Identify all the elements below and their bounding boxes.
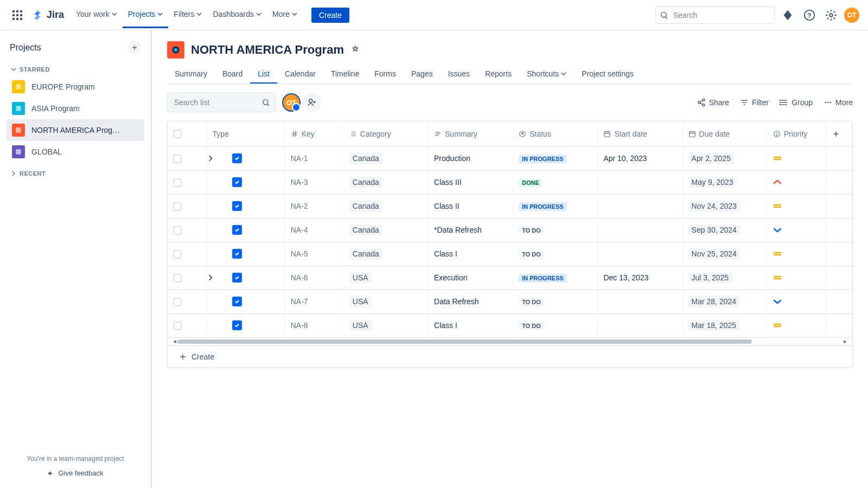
table-row[interactable]: NA-5 Canada Class I TO DO Nov 25, 2024 <box>168 242 852 266</box>
cell-due-date[interactable]: May 9, 2023 <box>682 170 767 194</box>
settings-icon[interactable] <box>822 7 840 24</box>
header-key[interactable]: Key <box>285 121 343 146</box>
tab-calendar[interactable]: Calendar <box>277 65 323 84</box>
chevron-right-icon[interactable] <box>207 274 214 281</box>
tab-reports[interactable]: Reports <box>477 65 519 84</box>
global-search-input[interactable] <box>655 7 775 24</box>
row-checkbox[interactable] <box>168 313 207 337</box>
sidebar-project-item[interactable]: EUROPE Program <box>7 76 144 98</box>
cell-summary[interactable]: *Data Refresh <box>429 218 513 242</box>
group-button[interactable]: Group <box>780 98 813 107</box>
row-expand[interactable] <box>207 146 226 170</box>
cell-start-date[interactable] <box>598 242 682 266</box>
filter-button[interactable]: Filter <box>740 98 769 107</box>
cell-summary[interactable]: Production <box>429 146 513 170</box>
cell-key[interactable]: NA-7 <box>285 290 343 313</box>
tab-list[interactable]: List <box>250 65 277 84</box>
cell-priority[interactable] <box>767 242 826 266</box>
header-status[interactable]: Status <box>513 121 598 146</box>
cell-start-date[interactable] <box>598 170 682 194</box>
cell-start-date[interactable] <box>598 218 682 242</box>
add-people-button[interactable] <box>303 93 321 112</box>
cell-due-date[interactable]: Mar 28, 2024 <box>682 290 767 313</box>
cell-due-date[interactable]: Sep 30, 2024 <box>682 218 767 242</box>
add-project-button[interactable]: + <box>128 41 141 54</box>
jira-logo[interactable]: Jira <box>28 9 68 21</box>
header-start-date[interactable]: Start date <box>598 121 682 146</box>
cell-status[interactable]: IN PROGRESS <box>513 194 598 218</box>
tab-summary[interactable]: Summary <box>167 65 215 84</box>
row-checkbox[interactable] <box>168 218 207 242</box>
table-row[interactable]: NA-6 USA Execution IN PROGRESS Dec 13, 2… <box>168 266 852 290</box>
row-checkbox[interactable] <box>168 170 207 194</box>
cell-start-date[interactable]: Dec 13, 2023 <box>598 266 682 290</box>
cell-key[interactable]: NA-3 <box>285 170 343 194</box>
nav-item-dashboards[interactable]: Dashboards <box>207 2 267 28</box>
cell-summary[interactable]: Class II <box>429 194 513 218</box>
header-add-column[interactable] <box>826 121 852 146</box>
user-avatar[interactable]: OT <box>844 8 859 23</box>
header-summary[interactable]: Summary <box>429 121 513 146</box>
tab-issues[interactable]: Issues <box>441 65 477 84</box>
header-category[interactable]: Category <box>343 121 428 146</box>
cell-due-date[interactable]: Apr 2, 2025 <box>682 146 767 170</box>
give-feedback-button[interactable]: Give feedback <box>7 469 144 477</box>
cell-status[interactable]: TO DO <box>513 218 598 242</box>
tab-shortcuts[interactable]: Shortcuts <box>519 65 574 84</box>
cell-status[interactable]: IN PROGRESS <box>513 146 598 170</box>
cell-key[interactable]: NA-4 <box>285 218 343 242</box>
list-search-input[interactable] <box>167 93 276 112</box>
cell-due-date[interactable]: Jul 3, 2025 <box>682 266 767 290</box>
row-expand[interactable] <box>207 290 226 313</box>
cell-key[interactable]: NA-8 <box>285 313 343 337</box>
scroll-thumb[interactable] <box>177 339 752 344</box>
row-expand[interactable] <box>207 170 226 194</box>
cell-priority[interactable] <box>767 194 826 218</box>
table-row[interactable]: NA-7 USA Data Refresh TO DO Mar 28, 2024 <box>168 290 852 313</box>
create-button[interactable]: Create <box>311 8 349 23</box>
more-button[interactable]: More <box>824 98 853 107</box>
cell-start-date[interactable] <box>598 194 682 218</box>
nav-item-your-work[interactable]: Your work <box>71 2 123 28</box>
row-expand[interactable] <box>207 218 226 242</box>
cell-key[interactable]: NA-1 <box>285 146 343 170</box>
cell-status[interactable]: IN PROGRESS <box>513 266 598 290</box>
table-row[interactable]: NA-8 USA Class I TO DO Mar 18, 2025 <box>168 313 852 337</box>
tab-board[interactable]: Board <box>215 65 250 84</box>
cell-due-date[interactable]: Nov 25, 2024 <box>682 242 767 266</box>
cell-start-date[interactable] <box>598 313 682 337</box>
tab-forms[interactable]: Forms <box>367 65 404 84</box>
cell-due-date[interactable]: Mar 18, 2025 <box>682 313 767 337</box>
row-expand[interactable] <box>207 194 226 218</box>
header-due-date[interactable]: Due date <box>682 121 767 146</box>
cell-summary[interactable]: Data Refresh <box>429 290 513 313</box>
cell-key[interactable]: NA-6 <box>285 266 343 290</box>
cell-summary[interactable]: Class III <box>429 170 513 194</box>
help-icon[interactable]: ? <box>801 7 818 24</box>
cell-status[interactable]: TO DO <box>513 313 598 337</box>
horizontal-scrollbar[interactable]: ◄ ► <box>168 338 852 345</box>
recent-header[interactable]: RECENT <box>7 167 144 180</box>
cell-status[interactable]: DONE <box>513 170 598 194</box>
row-checkbox[interactable] <box>168 266 207 290</box>
cell-start-date[interactable] <box>598 290 682 313</box>
cell-priority[interactable] <box>767 266 826 290</box>
row-checkbox[interactable] <box>168 242 207 266</box>
nav-item-more[interactable]: More <box>267 2 303 28</box>
cell-due-date[interactable]: Nov 24, 2023 <box>682 194 767 218</box>
app-switcher-icon[interactable] <box>9 7 26 24</box>
table-row[interactable]: NA-2 Canada Class II IN PROGRESS Nov 24,… <box>168 194 852 218</box>
header-priority[interactable]: Priority <box>767 121 826 146</box>
cell-priority[interactable] <box>767 146 826 170</box>
cell-summary[interactable]: Class I <box>429 242 513 266</box>
sidebar-project-item[interactable]: NORTH AMERICA Prog… <box>7 119 144 141</box>
cell-start-date[interactable]: Apr 10, 2023 <box>598 146 682 170</box>
notifications-icon[interactable] <box>779 7 796 24</box>
row-expand[interactable] <box>207 242 226 266</box>
cell-summary[interactable]: Class I <box>429 313 513 337</box>
sidebar-project-item[interactable]: GLOBAL <box>7 141 144 163</box>
cell-status[interactable]: TO DO <box>513 242 598 266</box>
cell-key[interactable]: NA-2 <box>285 194 343 218</box>
nav-item-projects[interactable]: Projects <box>123 2 169 28</box>
table-row[interactable]: NA-3 Canada Class III DONE May 9, 2023 <box>168 170 852 194</box>
